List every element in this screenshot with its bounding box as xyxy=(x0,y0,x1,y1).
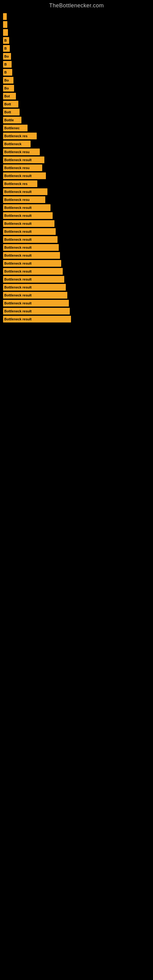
bar: B xyxy=(3,69,12,76)
bar-label: Bottleneck result xyxy=(4,206,32,210)
bar-row: Bo xyxy=(3,53,150,60)
bar-row: Bottleneck res xyxy=(3,133,150,139)
bar: Bottleneck resu xyxy=(3,148,40,155)
bar: B xyxy=(3,61,12,68)
bar-row: Bottleneck resu xyxy=(3,196,150,203)
bar-row xyxy=(3,29,150,36)
bar-label: Bottleneck result xyxy=(4,261,32,265)
bar-row: Bottleneck result xyxy=(3,228,150,235)
bar-row: Bottleneck result xyxy=(3,292,150,299)
bar: Bottleneck result xyxy=(3,316,71,323)
bar-label: Bottleneck result xyxy=(4,269,32,273)
bar-row: Bottleneck result xyxy=(3,212,150,219)
bar-label: Bottleneck result xyxy=(4,317,32,321)
bar: Bottleneck xyxy=(3,140,30,147)
bar-row xyxy=(3,21,150,28)
bar: B xyxy=(3,45,10,52)
bar-row: Bott xyxy=(3,109,150,115)
bar-row: Bottleneck result xyxy=(3,268,150,275)
bar-label: B xyxy=(4,70,7,74)
bar: Bottleneck result xyxy=(3,228,56,235)
bar-label: Bottleneck xyxy=(4,142,21,146)
bar-row: Bottleneck result xyxy=(3,156,150,163)
bar-label: Bottleneck result xyxy=(4,301,32,305)
bar-label: Bottleneck result xyxy=(4,190,32,194)
bar: Bottleneck res xyxy=(3,180,37,187)
bar-label: Bott xyxy=(4,110,11,114)
bar-label: Bottleneck resu xyxy=(4,166,30,170)
bar: Bo xyxy=(3,85,14,92)
bar-label: Bottleneck result xyxy=(4,174,32,178)
bar-row: Bott xyxy=(3,101,150,108)
bar-label: Bottleneck result xyxy=(4,285,32,289)
bar: Bottleneck result xyxy=(3,220,54,227)
bar-label: Bottleneck result xyxy=(4,309,32,313)
bar: Bottlenec xyxy=(3,125,27,131)
bar: Bo xyxy=(3,77,13,84)
bar-label: Bottleneck res xyxy=(4,134,27,138)
bar-row: Bottleneck result xyxy=(3,244,150,251)
bar-row: Bottleneck result xyxy=(3,316,150,323)
bar-label: Bo xyxy=(4,78,9,82)
bar-row: Bottleneck res xyxy=(3,180,150,187)
bar-row: Bottleneck result xyxy=(3,260,150,267)
bar: Bottleneck result xyxy=(3,156,45,163)
bar-label: Bott xyxy=(4,102,11,106)
bar: Bott xyxy=(3,101,18,108)
bar xyxy=(3,29,8,36)
site-title: TheBottlenecker.com xyxy=(0,0,153,10)
bar-row: Bottleneck result xyxy=(3,300,150,307)
bar: Bottleneck result xyxy=(3,244,59,251)
bar-label: Bottleneck result xyxy=(4,222,32,225)
bar: Bottleneck result xyxy=(3,212,53,219)
bar-label: Bo xyxy=(4,54,9,58)
bars-container: BBBoBBBoBoBotBottBottBottleBottlenecBott… xyxy=(0,10,153,327)
bar-row: Bottleneck resu xyxy=(3,164,150,171)
bar-row: Bo xyxy=(3,85,150,92)
bar-row: Bottleneck result xyxy=(3,284,150,291)
bar-label: Bottleneck result xyxy=(4,277,32,281)
bar: Bottleneck result xyxy=(3,268,63,275)
bar-row: B xyxy=(3,69,150,76)
bar-label: Bottle xyxy=(4,118,14,122)
bar-row: Bottleneck xyxy=(3,140,150,147)
bar-label: Bottleneck resu xyxy=(4,198,30,202)
bar-row: Bottleneck result xyxy=(3,172,150,179)
bar: Bottleneck result xyxy=(3,308,70,315)
bar-row: Bottleneck result xyxy=(3,188,150,195)
bar-label: Bo xyxy=(4,86,9,90)
bar: Bottleneck result xyxy=(3,252,60,259)
bar: Bottleneck resu xyxy=(3,164,42,171)
bar: Bottleneck result xyxy=(3,188,48,195)
bar: Bot xyxy=(3,93,16,100)
bar-row: Bottleneck result xyxy=(3,220,150,227)
bar-row: Bottleneck result xyxy=(3,252,150,259)
bar-label: Bottleneck result xyxy=(4,214,32,218)
bar-row: Bottlenec xyxy=(3,125,150,131)
bar: Bottleneck result xyxy=(3,204,51,211)
bar: Bottleneck resu xyxy=(3,196,45,203)
bar: Bottleneck result xyxy=(3,236,57,243)
bar xyxy=(3,21,7,28)
bar-row: Bottleneck result xyxy=(3,204,150,211)
bar: Bottleneck result xyxy=(3,260,61,267)
bar-label: Bottleneck resu xyxy=(4,150,30,154)
bar: Bo xyxy=(3,53,11,60)
bar-label: Bottleneck result xyxy=(4,254,32,257)
bar: Bottleneck res xyxy=(3,133,37,139)
bar-label: B xyxy=(4,38,7,42)
bar: Bottleneck result xyxy=(3,172,46,179)
bar-label: Bottlenec xyxy=(4,126,19,130)
bar-row: Bo xyxy=(3,77,150,84)
bar: Bottleneck result xyxy=(3,284,66,291)
bar-label: Bottleneck result xyxy=(4,238,32,241)
bar-label: Bot xyxy=(4,94,10,98)
bar-row: Bot xyxy=(3,93,150,100)
bar-row: Bottleneck result xyxy=(3,276,150,283)
bar: Bott xyxy=(3,109,19,115)
bar-label: Bottleneck result xyxy=(4,293,32,297)
bar-label: B xyxy=(4,62,7,66)
bar-label: B xyxy=(4,46,7,50)
bar: Bottleneck result xyxy=(3,300,69,307)
bar-row: Bottle xyxy=(3,117,150,123)
